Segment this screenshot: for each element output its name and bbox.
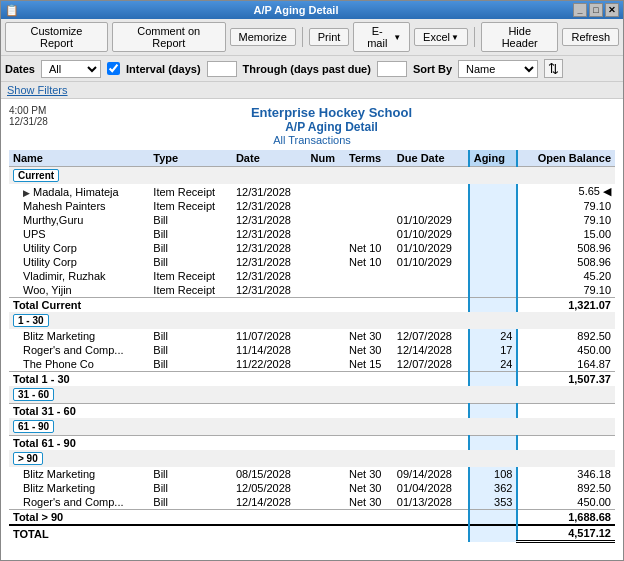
section-header-row: > 90 xyxy=(9,450,615,467)
report-header-area: 4:00 PM 12/31/28 Enterprise Hockey Schoo… xyxy=(9,105,615,150)
customize-report-button[interactable]: Customize Report xyxy=(5,22,108,52)
window-title: A/P Aging Detail xyxy=(19,4,573,16)
cell-aging: 17 xyxy=(469,343,518,357)
table-row[interactable]: Vladimir, Ruzhak Item Receipt 12/31/2028… xyxy=(9,269,615,283)
cell-type: Bill xyxy=(149,357,232,372)
table-row[interactable]: Roger's and Comp... Bill 11/14/2028 Net … xyxy=(9,343,615,357)
table-header-row: Name Type Date Num Terms Due Date Aging … xyxy=(9,150,615,167)
minimize-button[interactable]: _ xyxy=(573,3,587,17)
table-row[interactable]: Roger's and Comp... Bill 12/14/2028 Net … xyxy=(9,495,615,510)
dates-checkbox[interactable] xyxy=(107,62,120,75)
window-icon: 📋 xyxy=(5,4,19,17)
table-row[interactable]: Utility Corp Bill 12/31/2028 Net 10 01/1… xyxy=(9,241,615,255)
refresh-button[interactable]: Refresh xyxy=(562,28,619,46)
cell-terms: Net 10 xyxy=(345,241,393,255)
section-badge[interactable]: Current xyxy=(13,169,59,182)
sort-icon[interactable]: ⇅ xyxy=(544,59,563,78)
cell-num xyxy=(307,184,345,199)
cell-name: Mahesh Painters xyxy=(9,199,149,213)
cell-duedate: 01/10/2029 xyxy=(393,213,469,227)
report-content: 4:00 PM 12/31/28 Enterprise Hockey Schoo… xyxy=(1,99,623,560)
cell-date: 12/31/2028 xyxy=(232,184,307,199)
email-button[interactable]: E-mail ▼ xyxy=(353,22,410,52)
table-row[interactable]: Blitz Marketing Bill 11/07/2028 Net 30 1… xyxy=(9,329,615,343)
cell-balance: 79.10 xyxy=(517,213,615,227)
cell-type: Bill xyxy=(149,213,232,227)
col-header-aging: Aging xyxy=(469,150,518,167)
cell-aging: 108 xyxy=(469,467,518,481)
cell-type: Bill xyxy=(149,329,232,343)
section-header-row: 61 - 90 xyxy=(9,418,615,436)
cell-terms: Net 30 xyxy=(345,481,393,495)
hide-header-button[interactable]: Hide Header xyxy=(481,22,559,52)
section-badge[interactable]: > 90 xyxy=(13,452,43,465)
total-label: Total > 90 xyxy=(9,510,469,526)
cell-balance: 5.65 ◀ xyxy=(517,184,615,199)
report-title: A/P Aging Detail xyxy=(9,120,615,134)
cell-duedate: 12/14/2028 xyxy=(393,343,469,357)
cell-num xyxy=(307,255,345,269)
table-row[interactable]: UPS Bill 12/31/2028 01/10/2029 15.00 xyxy=(9,227,615,241)
cell-terms xyxy=(345,283,393,298)
timestamp-date: 12/31/28 xyxy=(9,116,48,127)
section-badge[interactable]: 1 - 30 xyxy=(13,314,49,327)
cell-aging xyxy=(469,227,518,241)
table-row[interactable]: Murthy,Guru Bill 12/31/2028 01/10/2029 7… xyxy=(9,213,615,227)
toolbar: Customize Report Comment on Report Memor… xyxy=(1,19,623,56)
grand-total-aging xyxy=(469,525,518,542)
table-row[interactable]: Utility Corp Bill 12/31/2028 Net 10 01/1… xyxy=(9,255,615,269)
cell-type: Bill xyxy=(149,227,232,241)
interval-label: Interval (days) xyxy=(126,63,201,75)
cell-date: 12/31/2028 xyxy=(232,199,307,213)
show-filters-bar: Show Filters xyxy=(1,82,623,99)
table-row[interactable]: Mahesh Painters Item Receipt 12/31/2028 … xyxy=(9,199,615,213)
cell-num xyxy=(307,467,345,481)
total-label: Total 1 - 30 xyxy=(9,372,469,387)
cell-balance: 450.00 xyxy=(517,343,615,357)
interval-input[interactable]: 30 xyxy=(207,61,237,77)
table-row[interactable]: The Phone Co Bill 11/22/2028 Net 15 12/0… xyxy=(9,357,615,372)
section-badge[interactable]: 31 - 60 xyxy=(13,388,54,401)
cell-duedate: 01/13/2028 xyxy=(393,495,469,510)
cell-type: Bill xyxy=(149,467,232,481)
cell-duedate xyxy=(393,199,469,213)
cell-name: Roger's and Comp... xyxy=(9,495,149,510)
col-header-duedate: Due Date xyxy=(393,150,469,167)
cell-terms: Net 30 xyxy=(345,329,393,343)
dates-select[interactable]: All xyxy=(41,60,101,78)
sortby-select[interactable]: Name xyxy=(458,60,538,78)
total-value: 1,507.37 xyxy=(517,372,615,387)
cell-duedate xyxy=(393,283,469,298)
cell-num xyxy=(307,283,345,298)
table-row[interactable]: Woo, Yijin Item Receipt 12/31/2028 79.10 xyxy=(9,283,615,298)
total-value xyxy=(517,404,615,419)
cell-type: Bill xyxy=(149,481,232,495)
excel-button[interactable]: Excel ▼ xyxy=(414,28,468,46)
window-controls: _ □ ✕ xyxy=(573,3,619,17)
maximize-button[interactable]: □ xyxy=(589,3,603,17)
cell-type: Bill xyxy=(149,495,232,510)
print-button[interactable]: Print xyxy=(309,28,350,46)
total-value xyxy=(517,436,615,451)
cell-type: Item Receipt xyxy=(149,269,232,283)
show-filters-link[interactable]: Show Filters xyxy=(7,84,68,96)
table-row[interactable]: ▶ Madala, Himateja Item Receipt 12/31/20… xyxy=(9,184,615,199)
memorize-button[interactable]: Memorize xyxy=(230,28,296,46)
through-input[interactable]: 90 xyxy=(377,61,407,77)
cell-date: 12/31/2028 xyxy=(232,269,307,283)
comment-on-report-button[interactable]: Comment on Report xyxy=(112,22,226,52)
section-header-row: 31 - 60 xyxy=(9,386,615,404)
section-badge[interactable]: 61 - 90 xyxy=(13,420,54,433)
cell-type: Item Receipt xyxy=(149,199,232,213)
cell-type: Bill xyxy=(149,241,232,255)
cell-name: Blitz Marketing xyxy=(9,467,149,481)
cell-aging: 24 xyxy=(469,329,518,343)
close-button[interactable]: ✕ xyxy=(605,3,619,17)
total-aging-cell xyxy=(469,372,518,387)
total-label: Total Current xyxy=(9,298,469,313)
table-row[interactable]: Blitz Marketing Bill 12/05/2028 Net 30 0… xyxy=(9,481,615,495)
cell-balance: 892.50 xyxy=(517,481,615,495)
table-row[interactable]: Blitz Marketing Bill 08/15/2028 Net 30 0… xyxy=(9,467,615,481)
cell-terms xyxy=(345,269,393,283)
total-value: 1,321.07 xyxy=(517,298,615,313)
